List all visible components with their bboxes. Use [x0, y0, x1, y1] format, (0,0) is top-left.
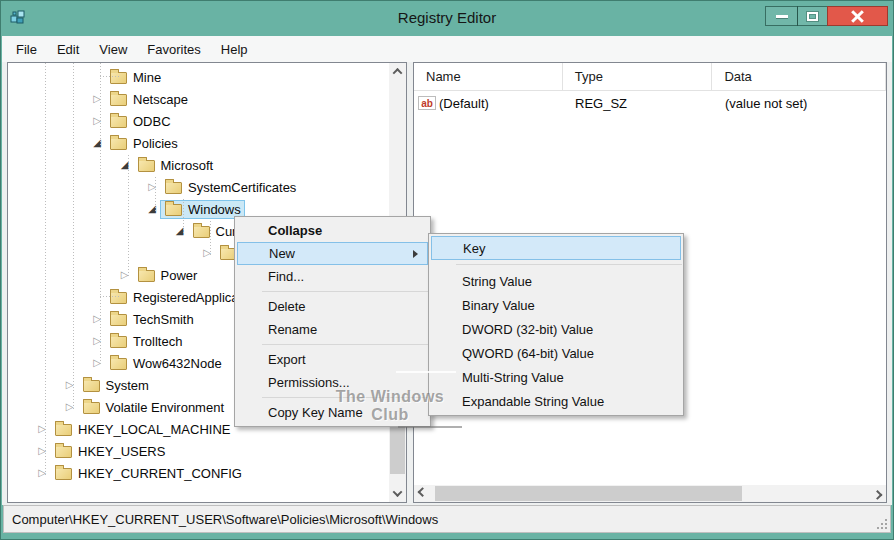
- titlebar: Registry Editor: [0, 0, 894, 36]
- column-header-data[interactable]: Data: [712, 63, 886, 90]
- expander-collapsed-icon[interactable]: ▷: [89, 330, 105, 352]
- context-menu-item-label: New: [269, 246, 295, 261]
- menubar-item-help[interactable]: Help: [211, 38, 258, 61]
- expander-collapsed-icon[interactable]: ▷: [199, 242, 215, 264]
- expander-collapsed-icon[interactable]: ▷: [34, 462, 50, 484]
- expander-expanded-icon[interactable]: ◢: [89, 132, 105, 154]
- folder-icon: [55, 446, 72, 458]
- value-row-default[interactable]: ab(Default)REG_SZ(value not set): [414, 92, 886, 114]
- context-menu-item-new[interactable]: New: [237, 242, 428, 265]
- context-menu-item-copy-key-name[interactable]: Copy Key Name: [235, 401, 430, 424]
- context-menu-item-rename[interactable]: Rename: [235, 318, 430, 341]
- tree-item-odbc[interactable]: ▷ODBC: [8, 110, 389, 132]
- context-menu-item-label: Copy Key Name: [268, 405, 363, 420]
- expander-expanded-icon[interactable]: ◢: [172, 220, 188, 242]
- tree-item-systemcertificates[interactable]: ▷SystemCertificates: [8, 176, 389, 198]
- context-menu-item-delete[interactable]: Delete: [235, 295, 430, 318]
- status-path: Computer\HKEY_CURRENT_USER\Software\Poli…: [12, 512, 438, 527]
- expander-expanded-icon[interactable]: ◢: [144, 198, 160, 220]
- tree-guide-line: [73, 63, 74, 409]
- submenu-item-string-value[interactable]: String Value: [429, 269, 683, 293]
- submenu-item-multi-string-value[interactable]: Multi-String Value: [429, 365, 683, 389]
- tree-node: System: [78, 376, 153, 395]
- scroll-left-button[interactable]: [414, 485, 431, 502]
- context-menu-item-label: Permissions...: [268, 375, 350, 390]
- tree-item-netscape[interactable]: ▷Netscape: [8, 88, 389, 110]
- tree-node: Policies: [105, 134, 182, 153]
- submenu-item-key[interactable]: Key: [431, 236, 681, 260]
- folder-icon: [83, 380, 100, 392]
- tree-node: Trolltech: [105, 332, 186, 351]
- expander-collapsed-icon[interactable]: ▷: [34, 440, 50, 462]
- folder-icon: [83, 402, 100, 414]
- maximize-button[interactable]: [797, 6, 828, 26]
- context-menu-item-export[interactable]: Export: [235, 348, 430, 371]
- scroll-down-button[interactable]: [389, 485, 406, 502]
- tree-item-label: Wow6432Node: [133, 356, 222, 371]
- minimize-button[interactable]: [765, 6, 798, 26]
- context-menu-item-label: Delete: [268, 299, 306, 314]
- close-button[interactable]: [827, 6, 888, 26]
- values-horizontal-scrollbar[interactable]: [414, 485, 886, 502]
- tree-item-mine[interactable]: Mine: [8, 66, 389, 88]
- submenu-separator: [456, 264, 682, 265]
- tree-item-label: Policies: [133, 136, 178, 151]
- folder-icon: [110, 314, 127, 326]
- submenu-item-qword-64-bit-value[interactable]: QWORD (64-bit) Value: [429, 341, 683, 365]
- selected-tree-node: Windows: [160, 200, 245, 219]
- scroll-up-button[interactable]: [389, 63, 406, 80]
- submenu-item-expandable-string-value[interactable]: Expandable String Value: [429, 389, 683, 413]
- expander-collapsed-icon[interactable]: ▷: [117, 264, 133, 286]
- context-menu-item-find[interactable]: Find...: [235, 265, 430, 288]
- resize-grip-icon[interactable]: [877, 519, 887, 529]
- scroll-right-button[interactable]: [869, 485, 886, 502]
- tree-guide-line: [45, 63, 46, 475]
- menubar-item-file[interactable]: File: [6, 38, 47, 61]
- tree-guide-line: [183, 199, 184, 233]
- menubar-item-edit[interactable]: Edit: [47, 38, 89, 61]
- submenu-item-dword-32-bit-value[interactable]: DWORD (32-bit) Value: [429, 317, 683, 341]
- submenu-item-binary-value[interactable]: Binary Value: [429, 293, 683, 317]
- horizontal-scroll-thumb[interactable]: [435, 486, 742, 501]
- minimize-icon: [776, 15, 788, 18]
- tree-item-hkey-users[interactable]: ▷HKEY_USERS: [8, 440, 389, 462]
- folder-icon: [110, 336, 127, 348]
- tree-item-label: TechSmith: [133, 312, 194, 327]
- expander-collapsed-icon[interactable]: ▷: [89, 308, 105, 330]
- context-menu-item-label: Find...: [268, 269, 304, 284]
- expander-collapsed-icon[interactable]: ▷: [62, 396, 78, 418]
- close-icon: [851, 10, 864, 23]
- folder-icon: [55, 468, 72, 480]
- tree-guide-stub: [100, 296, 120, 297]
- value-name: (Default): [439, 96, 489, 111]
- chevron-up-icon: [393, 68, 403, 78]
- context-menu-item-label: Collapse: [268, 223, 322, 238]
- expander-collapsed-icon[interactable]: ▷: [89, 88, 105, 110]
- vertical-scroll-thumb[interactable]: [390, 426, 405, 474]
- tree-item-label: Volatile Environment: [106, 400, 225, 415]
- expander-collapsed-icon[interactable]: ▷: [144, 176, 160, 198]
- chevron-down-icon: [393, 487, 403, 497]
- context-menu-separator: [262, 397, 429, 398]
- column-header-type[interactable]: Type: [563, 63, 713, 90]
- tree-item-hkey-current-config[interactable]: ▷HKEY_CURRENT_CONFIG: [8, 462, 389, 484]
- context-menu-item-permissions[interactable]: Permissions...: [235, 371, 430, 394]
- tree-item-policies[interactable]: ◢Policies: [8, 132, 389, 154]
- folder-icon: [110, 72, 127, 84]
- tree-item-microsoft[interactable]: ◢Microsoft: [8, 154, 389, 176]
- tree-node: ODBC: [105, 112, 175, 131]
- context-menu-separator: [262, 291, 429, 292]
- context-menu-item-collapse[interactable]: Collapse: [235, 219, 430, 242]
- tree-item-label: Power: [161, 268, 198, 283]
- submenu-arrow-icon: [413, 250, 418, 258]
- column-header-name[interactable]: Name: [414, 63, 563, 90]
- expander-collapsed-icon[interactable]: ▷: [89, 110, 105, 132]
- expander-collapsed-icon[interactable]: ▷: [62, 374, 78, 396]
- expander-collapsed-icon[interactable]: ▷: [34, 418, 50, 440]
- menubar-item-favorites[interactable]: Favorites: [137, 38, 210, 61]
- chevron-left-icon: [418, 487, 428, 497]
- menubar-item-view[interactable]: View: [89, 38, 137, 61]
- expander-collapsed-icon[interactable]: ▷: [89, 352, 105, 374]
- watermark-line-top: [396, 371, 456, 373]
- expander-expanded-icon[interactable]: ◢: [117, 154, 133, 176]
